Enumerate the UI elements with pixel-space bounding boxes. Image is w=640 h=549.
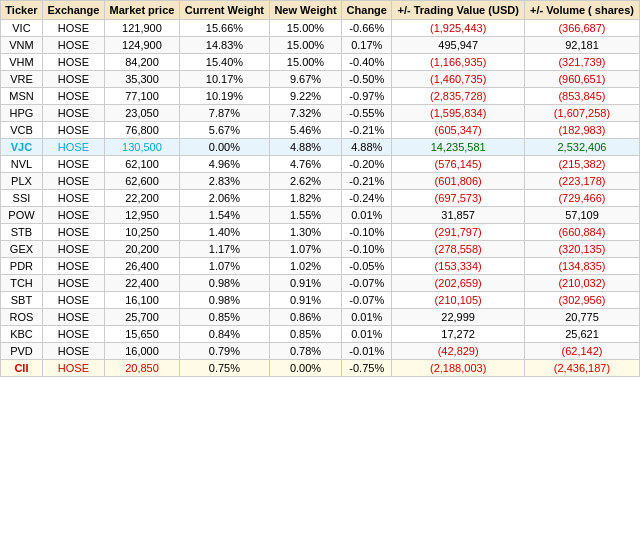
cell-trading-value: (1,166,935) [392, 54, 525, 71]
cell-new-weight: 5.46% [269, 122, 341, 139]
table-row: PDR HOSE 26,400 1.07% 1.02% -0.05% (153,… [1, 258, 640, 275]
cell-market-price: 124,900 [104, 37, 179, 54]
cell-new-weight: 9.22% [269, 88, 341, 105]
cell-change: 0.01% [342, 326, 392, 343]
cell-new-weight: 2.62% [269, 173, 341, 190]
cell-current-weight: 15.40% [180, 54, 270, 71]
cell-new-weight: 0.78% [269, 343, 341, 360]
table-row: POW HOSE 12,950 1.54% 1.55% 0.01% 31,857… [1, 207, 640, 224]
cell-current-weight: 0.79% [180, 343, 270, 360]
cell-trading-value: (210,105) [392, 292, 525, 309]
table-row: HPG HOSE 23,050 7.87% 7.32% -0.55% (1,59… [1, 105, 640, 122]
cell-trading-value: (1,595,834) [392, 105, 525, 122]
cell-change: -0.97% [342, 88, 392, 105]
cell-ticker: POW [1, 207, 43, 224]
cell-exchange: HOSE [42, 292, 104, 309]
table-row: VNM HOSE 124,900 14.83% 15.00% 0.17% 495… [1, 37, 640, 54]
col-trading-value: +/- Trading Value (USD) [392, 1, 525, 20]
table-row: MSN HOSE 77,100 10.19% 9.22% -0.97% (2,8… [1, 88, 640, 105]
cell-volume: 20,775 [524, 309, 639, 326]
cell-ticker: GEX [1, 241, 43, 258]
table-row: CII HOSE 20,850 0.75% 0.00% -0.75% (2,18… [1, 360, 640, 377]
table-row: VHM HOSE 84,200 15.40% 15.00% -0.40% (1,… [1, 54, 640, 71]
cell-exchange: HOSE [42, 156, 104, 173]
cell-market-price: 20,200 [104, 241, 179, 258]
cell-ticker: PLX [1, 173, 43, 190]
cell-new-weight: 0.00% [269, 360, 341, 377]
cell-exchange: HOSE [42, 275, 104, 292]
cell-exchange: HOSE [42, 122, 104, 139]
cell-trading-value: 17,272 [392, 326, 525, 343]
table-row: VIC HOSE 121,900 15.66% 15.00% -0.66% (1… [1, 20, 640, 37]
cell-change: -0.21% [342, 173, 392, 190]
cell-exchange: HOSE [42, 190, 104, 207]
cell-ticker: STB [1, 224, 43, 241]
cell-volume: 92,181 [524, 37, 639, 54]
cell-current-weight: 2.06% [180, 190, 270, 207]
table-row: GEX HOSE 20,200 1.17% 1.07% -0.10% (278,… [1, 241, 640, 258]
cell-trading-value: 31,857 [392, 207, 525, 224]
col-market-price: Market price [104, 1, 179, 20]
cell-volume: (182,983) [524, 122, 639, 139]
table-row: VRE HOSE 35,300 10.17% 9.67% -0.50% (1,4… [1, 71, 640, 88]
cell-ticker: VCB [1, 122, 43, 139]
cell-change: -0.21% [342, 122, 392, 139]
cell-market-price: 121,900 [104, 20, 179, 37]
cell-volume: (302,956) [524, 292, 639, 309]
cell-market-price: 77,100 [104, 88, 179, 105]
cell-market-price: 16,100 [104, 292, 179, 309]
cell-new-weight: 15.00% [269, 37, 341, 54]
cell-volume: 2,532,406 [524, 139, 639, 156]
cell-exchange: HOSE [42, 343, 104, 360]
cell-exchange: HOSE [42, 139, 104, 156]
cell-market-price: 12,950 [104, 207, 179, 224]
cell-current-weight: 10.19% [180, 88, 270, 105]
cell-current-weight: 1.40% [180, 224, 270, 241]
cell-new-weight: 1.07% [269, 241, 341, 258]
cell-market-price: 10,250 [104, 224, 179, 241]
cell-current-weight: 1.54% [180, 207, 270, 224]
cell-change: -0.05% [342, 258, 392, 275]
cell-volume: (853,845) [524, 88, 639, 105]
cell-new-weight: 0.86% [269, 309, 341, 326]
cell-current-weight: 0.98% [180, 292, 270, 309]
cell-current-weight: 2.83% [180, 173, 270, 190]
cell-ticker: SBT [1, 292, 43, 309]
table-row: VCB HOSE 76,800 5.67% 5.46% -0.21% (605,… [1, 122, 640, 139]
table-row: ROS HOSE 25,700 0.85% 0.86% 0.01% 22,999… [1, 309, 640, 326]
cell-volume: (1,607,258) [524, 105, 639, 122]
cell-change: -0.07% [342, 292, 392, 309]
cell-new-weight: 1.82% [269, 190, 341, 207]
cell-trading-value: (1,460,735) [392, 71, 525, 88]
cell-market-price: 16,000 [104, 343, 179, 360]
cell-new-weight: 1.55% [269, 207, 341, 224]
cell-current-weight: 0.84% [180, 326, 270, 343]
cell-new-weight: 0.91% [269, 292, 341, 309]
cell-volume: (62,142) [524, 343, 639, 360]
cell-trading-value: (1,925,443) [392, 20, 525, 37]
table-row: SBT HOSE 16,100 0.98% 0.91% -0.07% (210,… [1, 292, 640, 309]
cell-market-price: 35,300 [104, 71, 179, 88]
table-row: PLX HOSE 62,600 2.83% 2.62% -0.21% (601,… [1, 173, 640, 190]
cell-new-weight: 4.76% [269, 156, 341, 173]
col-volume: +/- Volume ( shares) [524, 1, 639, 20]
cell-new-weight: 7.32% [269, 105, 341, 122]
header-row: Ticker Exchange Market price Current Wei… [1, 1, 640, 20]
table-row: NVL HOSE 62,100 4.96% 4.76% -0.20% (576,… [1, 156, 640, 173]
table-row: KBC HOSE 15,650 0.84% 0.85% 0.01% 17,272… [1, 326, 640, 343]
cell-current-weight: 14.83% [180, 37, 270, 54]
cell-change: -0.55% [342, 105, 392, 122]
cell-exchange: HOSE [42, 37, 104, 54]
col-current-weight: Current Weight [180, 1, 270, 20]
cell-market-price: 130,500 [104, 139, 179, 156]
col-exchange: Exchange [42, 1, 104, 20]
cell-current-weight: 4.96% [180, 156, 270, 173]
cell-exchange: HOSE [42, 88, 104, 105]
cell-current-weight: 0.85% [180, 309, 270, 326]
cell-trading-value: 14,235,581 [392, 139, 525, 156]
cell-current-weight: 15.66% [180, 20, 270, 37]
cell-volume: (960,651) [524, 71, 639, 88]
cell-market-price: 25,700 [104, 309, 179, 326]
cell-volume: (134,835) [524, 258, 639, 275]
cell-change: -0.07% [342, 275, 392, 292]
